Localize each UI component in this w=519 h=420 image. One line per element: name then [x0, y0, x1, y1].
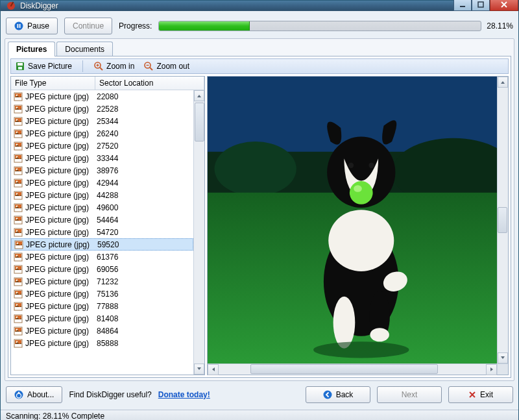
svg-point-91 [348, 163, 354, 168]
preview-scroll-left[interactable] [208, 364, 219, 375]
window-title: DiskDigger [20, 1, 453, 10]
titlebar[interactable]: DiskDigger [1, 1, 518, 11]
pause-label: Pause [27, 21, 49, 31]
scroll-thumb[interactable] [195, 103, 204, 142]
about-button[interactable]: About... [6, 386, 62, 403]
preview-vscrollbar[interactable] [497, 77, 508, 364]
svg-point-100 [18, 391, 20, 393]
table-row[interactable]: JPEG picture (jpg)59520 [11, 238, 193, 251]
tab-bar: Pictures Documents [8, 42, 511, 56]
preview-hthumb[interactable] [250, 364, 437, 374]
donate-link[interactable]: Donate today! [158, 390, 210, 399]
svg-line-15 [150, 68, 152, 70]
preview-pane [207, 76, 509, 375]
list-header: File Type Sector Location [11, 77, 204, 90]
status-bar: Scanning: 28.11% Complete [1, 410, 518, 420]
back-button[interactable]: Back [306, 386, 370, 403]
footer-bar: About... Find DiskDigger useful? Donate … [5, 384, 514, 406]
table-row[interactable]: JPEG picture (jpg)75136 [11, 288, 193, 300]
progress-fill [159, 21, 249, 31]
preview-image[interactable] [208, 77, 508, 364]
scroll-down-button[interactable] [194, 364, 204, 375]
next-button[interactable]: Next [377, 386, 442, 403]
table-row[interactable]: JPEG picture (jpg)77888 [11, 300, 193, 312]
col-file-type[interactable]: File Type [11, 77, 95, 90]
table-row[interactable]: JPEG picture (jpg)61376 [11, 251, 193, 263]
content-split: File Type Sector Location JPEG picture (… [10, 76, 509, 375]
inner-toolbar: Save Picture Zoom in Zoom out [10, 58, 509, 74]
minimize-button[interactable] [453, 0, 472, 11]
back-icon [323, 390, 332, 399]
svg-point-101 [323, 390, 332, 399]
svg-point-4 [15, 22, 23, 31]
list-rows[interactable]: JPEG picture (jpg)22080JPEG picture (jpg… [11, 90, 193, 375]
table-row[interactable]: JPEG picture (jpg)25344 [11, 115, 193, 127]
close-button[interactable] [490, 0, 518, 11]
table-row[interactable]: JPEG picture (jpg)84864 [11, 325, 193, 337]
svg-rect-5 [18, 24, 19, 28]
table-row[interactable]: JPEG picture (jpg)38976 [11, 164, 193, 177]
preview-scroll-up[interactable] [498, 77, 508, 88]
list-vscrollbar[interactable] [193, 90, 204, 375]
svg-point-93 [333, 297, 356, 349]
save-picture-button[interactable]: Save Picture [15, 61, 72, 71]
table-row[interactable]: JPEG picture (jpg)69056 [11, 263, 193, 275]
table-row[interactable]: JPEG picture (jpg)44288 [11, 189, 193, 201]
svg-rect-9 [18, 67, 22, 69]
svg-rect-8 [18, 63, 23, 66]
svg-rect-6 [19, 24, 21, 28]
preview-scroll-down[interactable] [498, 352, 508, 364]
table-row[interactable]: JPEG picture (jpg)26240 [11, 127, 193, 140]
preview-vthumb[interactable] [498, 207, 507, 233]
table-row[interactable]: JPEG picture (jpg)27520 [11, 140, 193, 152]
svg-point-97 [313, 341, 409, 358]
toolbar-separator [82, 60, 83, 72]
preview-hscrollbar[interactable] [208, 364, 508, 375]
svg-rect-2 [460, 6, 465, 7]
svg-rect-3 [478, 2, 483, 7]
app-icon [6, 1, 16, 11]
table-row[interactable]: JPEG picture (jpg)33344 [11, 152, 193, 164]
table-row[interactable]: JPEG picture (jpg)42944 [11, 177, 193, 189]
zoom-in-button[interactable]: Zoom in [93, 61, 134, 71]
list-body: JPEG picture (jpg)22080JPEG picture (jpg… [11, 90, 204, 375]
svg-point-87 [328, 210, 394, 271]
tab-pictures[interactable]: Pictures [8, 42, 55, 56]
svg-point-92 [368, 163, 374, 168]
table-row[interactable]: JPEG picture (jpg)22528 [11, 103, 193, 115]
zoom-out-icon [143, 61, 154, 71]
progress-label: Progress: [119, 21, 152, 31]
save-icon [15, 61, 25, 71]
client-area: Pause Continue Progress: 28.11% Pictures… [1, 11, 518, 410]
window-controls [453, 0, 518, 11]
zoom-out-button[interactable]: Zoom out [143, 61, 189, 71]
table-row[interactable]: JPEG picture (jpg)22080 [11, 90, 193, 103]
footer-useful-text: Find DiskDigger useful? [69, 390, 151, 399]
progress-percent: 28.11% [487, 21, 513, 31]
scroll-up-button[interactable] [194, 90, 204, 101]
zoom-in-icon [93, 61, 104, 71]
pause-button[interactable]: Pause [6, 18, 58, 34]
progress-wrap: 28.11% [158, 21, 513, 31]
app-window: DiskDigger Pause Continue Progress: 28.1… [0, 0, 519, 420]
svg-point-95 [370, 328, 389, 341]
table-row[interactable]: JPEG picture (jpg)54720 [11, 226, 193, 238]
table-row[interactable]: JPEG picture (jpg)49600 [11, 201, 193, 214]
continue-button[interactable]: Continue [64, 18, 112, 34]
table-row[interactable]: JPEG picture (jpg)71232 [11, 275, 193, 288]
maximize-button[interactable] [472, 0, 490, 11]
col-sector[interactable]: Sector Location [95, 77, 204, 90]
progress-bar [158, 21, 481, 31]
table-row[interactable]: JPEG picture (jpg)54464 [11, 214, 193, 226]
status-text: Scanning: 28.11% Complete [6, 412, 104, 420]
close-icon [468, 391, 476, 399]
pause-icon [14, 21, 23, 31]
tab-documents[interactable]: Documents [56, 42, 113, 56]
exit-button[interactable]: Exit [448, 386, 513, 403]
preview-scroll-right[interactable] [486, 364, 497, 375]
table-row[interactable]: JPEG picture (jpg)81408 [11, 312, 193, 325]
table-row[interactable]: JPEG picture (jpg)85888 [11, 337, 193, 349]
top-toolbar: Pause Continue Progress: 28.11% [5, 15, 514, 36]
svg-point-90 [354, 185, 362, 192]
file-list: File Type Sector Location JPEG picture (… [10, 76, 205, 375]
